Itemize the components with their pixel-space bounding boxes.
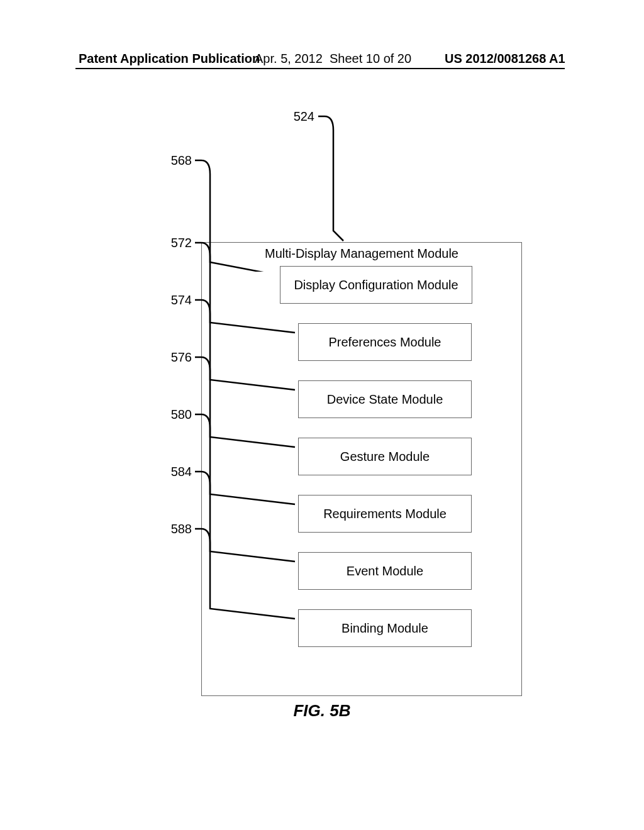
display-configuration-module: Display Configuration Module bbox=[280, 266, 472, 304]
device-state-module: Device State Module bbox=[298, 380, 472, 418]
header-pubno: US 2012/0081268 A1 bbox=[445, 52, 565, 66]
figure-caption: FIG. 5B bbox=[0, 701, 644, 721]
header-date: Apr. 5, 2012 bbox=[255, 52, 323, 65]
gesture-module: Gesture Module bbox=[298, 438, 472, 475]
header-sheet: Sheet 10 of 20 bbox=[330, 52, 411, 65]
figure-5b-diagram: 524 Multi-Display Management Module Disp… bbox=[75, 101, 566, 667]
header-publication-type: Patent Application Publication bbox=[79, 52, 260, 66]
leader-588-icon bbox=[187, 527, 307, 628]
leader-524-icon bbox=[308, 114, 365, 246]
patent-page: Patent Application Publication Apr. 5, 2… bbox=[0, 0, 644, 830]
preferences-module: Preferences Module bbox=[298, 323, 472, 361]
binding-module: Binding Module bbox=[298, 609, 472, 647]
requirements-module: Requirements Module bbox=[298, 495, 472, 533]
header-rule bbox=[75, 68, 565, 69]
event-module: Event Module bbox=[298, 552, 472, 590]
header-date-sheet: Apr. 5, 2012 Sheet 10 of 20 bbox=[255, 52, 411, 66]
